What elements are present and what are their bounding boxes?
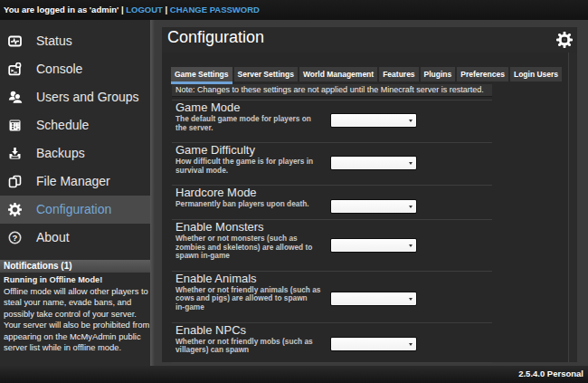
svg-text:?: ?	[13, 233, 18, 243]
